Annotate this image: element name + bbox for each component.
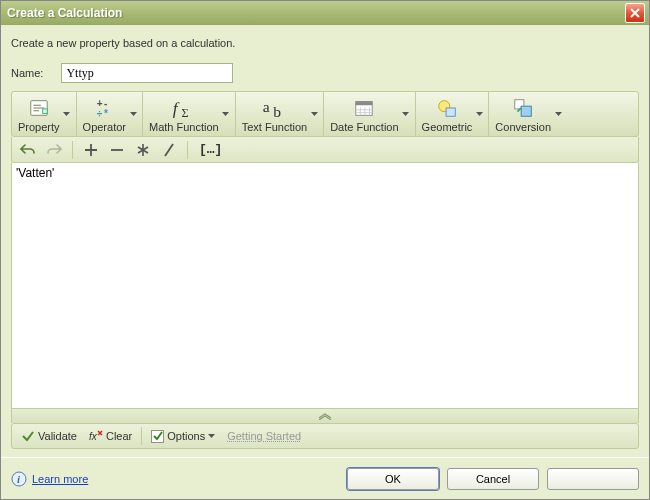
learn-more-link[interactable]: Learn more (32, 473, 88, 485)
options-label: Options (167, 430, 205, 442)
date-function-dropdown[interactable] (401, 94, 411, 134)
svg-text:a: a (263, 98, 270, 115)
property-icon (26, 96, 52, 120)
svg-text:*: * (104, 108, 108, 119)
validate-label: Validate (38, 430, 77, 442)
name-row: Name: (11, 63, 639, 83)
window-title: Create a Calculation (7, 6, 122, 20)
dialog-window: Create a Calculation Create a new proper… (0, 0, 650, 500)
text-function-dropdown[interactable] (309, 94, 319, 134)
description-text: Create a new property based on a calcula… (11, 37, 639, 49)
text-function-button[interactable]: ab Text Function (236, 92, 324, 136)
close-icon (630, 8, 640, 18)
date-function-button[interactable]: Date Function (324, 92, 415, 136)
operator-label: Operator (83, 121, 126, 133)
getting-started-label: Getting Started (227, 430, 301, 442)
minus-icon (109, 142, 125, 158)
chevron-down-icon (208, 434, 215, 438)
property-dropdown[interactable] (62, 94, 72, 134)
operator-icon: +-÷* (91, 96, 117, 120)
text-function-icon: ab (261, 96, 287, 120)
date-function-icon (351, 96, 377, 120)
brackets-button[interactable]: […] (196, 142, 225, 157)
property-label: Property (18, 121, 60, 133)
options-checkbox[interactable] (151, 430, 164, 443)
operator-button[interactable]: +-÷* Operator (77, 92, 143, 136)
svg-text:b: b (274, 102, 282, 118)
getting-started-link: Getting Started (222, 428, 306, 444)
footer: i Learn more OK Cancel (1, 457, 649, 499)
learn-more-area: i Learn more (11, 471, 88, 487)
redo-icon (46, 142, 62, 158)
multiply-button[interactable] (133, 140, 153, 160)
info-icon: i (11, 471, 27, 487)
operator-dropdown[interactable] (128, 94, 138, 134)
property-button[interactable]: Property (12, 92, 77, 136)
clear-label: Clear (106, 430, 132, 442)
svg-text:fx: fx (89, 431, 98, 442)
undo-button[interactable] (18, 140, 38, 160)
expand-handle[interactable] (11, 409, 639, 423)
chevron-up-icon (317, 412, 333, 420)
aux-toolbar: Validate fx Clear Options Getting Starte… (11, 423, 639, 449)
titlebar[interactable]: Create a Calculation (1, 1, 649, 25)
clear-icon: fx (89, 429, 103, 443)
geometric-button[interactable]: Geometric (416, 92, 490, 136)
cancel-button[interactable]: Cancel (447, 468, 539, 490)
plus-icon (83, 142, 99, 158)
geometric-icon (434, 96, 460, 120)
math-function-dropdown[interactable] (221, 94, 231, 134)
options-button[interactable]: Options (146, 428, 220, 445)
conversion-button[interactable]: Conversion (489, 92, 567, 136)
divide-button[interactable] (159, 140, 179, 160)
validate-button[interactable]: Validate (16, 427, 82, 445)
minus-button[interactable] (107, 140, 127, 160)
geometric-label: Geometric (422, 121, 473, 133)
expression-editor[interactable]: 'Vatten' (11, 163, 639, 409)
separator (187, 141, 188, 159)
svg-text:f: f (173, 99, 180, 118)
svg-rect-4 (42, 108, 47, 113)
main-toolbar: Property +-÷* Operator fΣ Ma (11, 91, 639, 137)
help-button[interactable] (547, 468, 639, 490)
clear-button[interactable]: fx Clear (84, 427, 137, 445)
svg-rect-23 (521, 106, 531, 116)
separator (72, 141, 73, 159)
close-button[interactable] (625, 3, 645, 23)
checkmark-icon (21, 429, 35, 443)
svg-text:÷: ÷ (97, 108, 103, 119)
redo-button[interactable] (44, 140, 64, 160)
undo-icon (20, 142, 36, 158)
text-function-label: Text Function (242, 121, 307, 133)
svg-text:Σ: Σ (181, 105, 188, 118)
button-row: OK Cancel (347, 468, 639, 490)
editor-content: 'Vatten' (16, 166, 54, 180)
ok-button[interactable]: OK (347, 468, 439, 490)
dialog-body: Create a new property based on a calcula… (1, 25, 649, 457)
svg-rect-14 (356, 101, 373, 105)
name-label: Name: (11, 67, 43, 79)
math-function-label: Math Function (149, 121, 219, 133)
conversion-icon (510, 96, 536, 120)
math-function-button[interactable]: fΣ Math Function (143, 92, 236, 136)
conversion-dropdown[interactable] (553, 94, 563, 134)
asterisk-icon (135, 142, 151, 158)
secondary-toolbar: […] (11, 137, 639, 163)
date-function-label: Date Function (330, 121, 398, 133)
conversion-label: Conversion (495, 121, 551, 133)
name-input[interactable] (61, 63, 233, 83)
slash-icon (161, 142, 177, 158)
separator (141, 427, 142, 445)
svg-rect-21 (446, 108, 455, 116)
plus-button[interactable] (81, 140, 101, 160)
geometric-dropdown[interactable] (474, 94, 484, 134)
math-function-icon: fΣ (171, 96, 197, 120)
